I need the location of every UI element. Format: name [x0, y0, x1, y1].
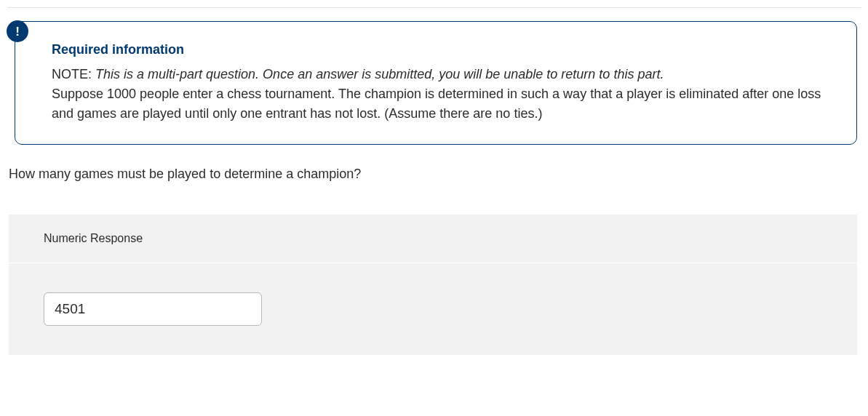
alert-badge: ! — [7, 20, 28, 42]
response-header: Numeric Response — [9, 215, 857, 263]
response-label: Numeric Response — [44, 232, 822, 245]
info-heading: Required information — [52, 42, 827, 57]
note-label: NOTE: — [52, 67, 92, 81]
note-text: This is a multi-part question. Once an a… — [95, 67, 664, 81]
exclamation-icon: ! — [15, 25, 20, 38]
info-body: Suppose 1000 people enter a chess tourna… — [52, 84, 827, 124]
response-panel: Numeric Response — [9, 215, 857, 355]
response-body — [9, 263, 857, 355]
top-divider — [7, 7, 861, 8]
numeric-response-input[interactable] — [44, 292, 262, 326]
question-text: How many games must be played to determi… — [7, 167, 861, 182]
info-note: NOTE: This is a multi-part question. Onc… — [52, 65, 827, 84]
required-info-container: ! Required information NOTE: This is a m… — [15, 21, 857, 145]
required-info-box: Required information NOTE: This is a mul… — [15, 21, 857, 145]
